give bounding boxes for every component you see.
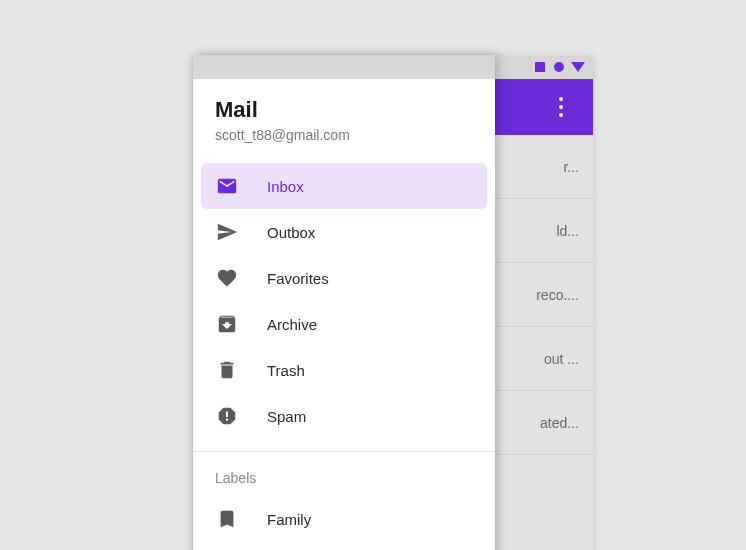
drawer-account-email: scott_t88@gmail.com <box>215 127 473 143</box>
status-circle-icon <box>553 61 565 73</box>
email-snippet: reco.... <box>536 287 579 303</box>
nav-list: Inbox Outbox Favorites Archive Trash <box>193 159 495 443</box>
bookmark-icon <box>215 507 239 531</box>
error-icon <box>215 404 239 428</box>
svg-point-1 <box>554 62 564 72</box>
email-snippet: ld... <box>556 223 579 239</box>
nav-label: Favorites <box>267 270 329 287</box>
svg-rect-0 <box>535 62 545 72</box>
heart-icon <box>215 266 239 290</box>
nav-label: Family <box>267 511 311 528</box>
status-triangle-icon <box>571 61 585 73</box>
navigation-drawer: Mail scott_t88@gmail.com Inbox Outbox Fa… <box>193 55 495 550</box>
nav-item-inbox[interactable]: Inbox <box>201 163 487 209</box>
nav-item-favorites[interactable]: Favorites <box>201 255 487 301</box>
nav-label: Spam <box>267 408 306 425</box>
nav-item-archive[interactable]: Archive <box>201 301 487 347</box>
nav-item-spam[interactable]: Spam <box>201 393 487 439</box>
nav-label: Archive <box>267 316 317 333</box>
nav-label: Outbox <box>267 224 315 241</box>
labels-section-header: Labels <box>193 460 495 492</box>
nav-label: Inbox <box>267 178 304 195</box>
email-snippet: r... <box>563 159 579 175</box>
send-icon <box>215 220 239 244</box>
svg-marker-2 <box>571 62 585 72</box>
nav-item-trash[interactable]: Trash <box>201 347 487 393</box>
labels-list: Family <box>193 492 495 546</box>
email-snippet: ated... <box>540 415 579 431</box>
mail-icon <box>215 174 239 198</box>
nav-label: Trash <box>267 362 305 379</box>
drawer-title: Mail <box>215 97 473 123</box>
status-square-icon <box>535 61 547 73</box>
label-item-family[interactable]: Family <box>201 496 487 542</box>
divider <box>193 451 495 452</box>
nav-item-outbox[interactable]: Outbox <box>201 209 487 255</box>
email-snippet: out ... <box>544 351 579 367</box>
trash-icon <box>215 358 239 382</box>
drawer-header: Mail scott_t88@gmail.com <box>193 79 495 159</box>
overflow-menu-button[interactable] <box>541 87 581 127</box>
drawer-status-bar <box>193 55 495 79</box>
archive-icon <box>215 312 239 336</box>
